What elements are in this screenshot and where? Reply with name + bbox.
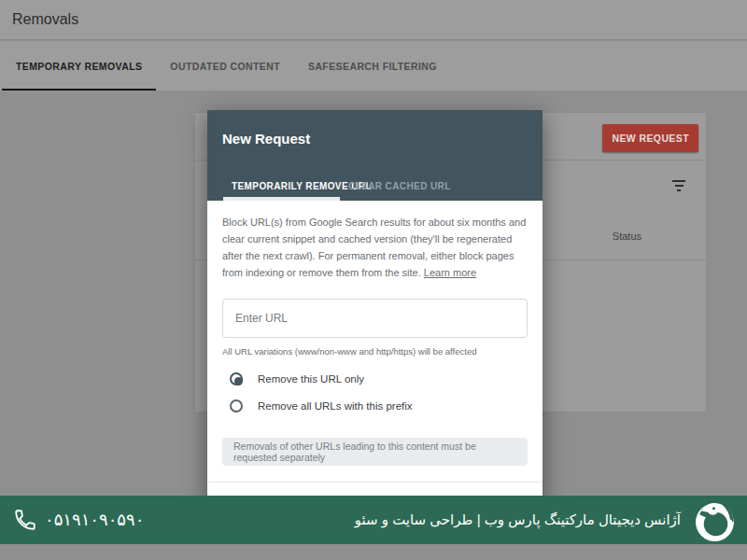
tab-temporary-removals[interactable]: TEMPORARY REMOVALS bbox=[2, 41, 156, 91]
active-tab-indicator bbox=[223, 197, 340, 201]
tab-label: TEMPORARY REMOVALS bbox=[16, 61, 142, 72]
removals-tab-bar: TEMPORARY REMOVALS OUTDATED CONTENT SAFE… bbox=[0, 41, 747, 91]
radio-unselected-icon[interactable] bbox=[230, 399, 243, 413]
filter-list-icon[interactable] bbox=[672, 180, 685, 191]
url-input[interactable] bbox=[222, 299, 528, 338]
page-title: Removals bbox=[12, 11, 78, 28]
radio-remove-prefix[interactable]: Remove all URLs with this prefix bbox=[222, 399, 528, 413]
radio-label: Remove all URLs with this prefix bbox=[258, 400, 413, 412]
new-request-button[interactable]: NEW REQUEST bbox=[602, 124, 698, 152]
tab-clear-cached-url[interactable]: CLEAR CACHED URL bbox=[348, 181, 451, 191]
separate-request-note: Removals of other URLs leading to this c… bbox=[222, 438, 528, 466]
phone-icon bbox=[13, 508, 37, 532]
app-header: Removals bbox=[0, 0, 747, 40]
dialog-body: Block URL(s) from Google Search results … bbox=[207, 214, 543, 483]
tab-label: SAFESEARCH FILTERING bbox=[308, 61, 437, 72]
tab-label: OUTDATED CONTENT bbox=[170, 61, 280, 72]
status-column-header: Status bbox=[613, 231, 641, 242]
radio-label: Remove this URL only bbox=[258, 373, 364, 385]
radio-selected-icon[interactable] bbox=[230, 372, 243, 385]
phone-group[interactable]: ۰۵۱۹۱۰۹۰۵۹۰ bbox=[13, 508, 144, 532]
dialog-footer-divider bbox=[207, 482, 543, 483]
description-text: Block URL(s) from Google Search results … bbox=[222, 217, 526, 278]
tab-outdated-content[interactable]: OUTDATED CONTENT bbox=[156, 41, 294, 91]
brand-text: آژانس دیجیتال مارکتینگ پارس وب | طراحی س… bbox=[355, 511, 681, 528]
tab-safesearch-filtering[interactable]: SAFESEARCH FILTERING bbox=[294, 41, 451, 91]
screen: Removals TEMPORARY REMOVALS OUTDATED CON… bbox=[0, 0, 747, 560]
brand-footer: ۰۵۱۹۱۰۹۰۵۹۰ آژانس دیجیتال مارکتینگ پارس … bbox=[0, 496, 747, 544]
url-helper-text: All URL variations (www/non-www and http… bbox=[222, 346, 528, 357]
brand-group: آژانس دیجیتال مارکتینگ پارس وب | طراحی س… bbox=[355, 498, 736, 542]
dialog-header: New Request TEMPORARILY REMOVE URL CLEAR… bbox=[207, 110, 543, 201]
new-request-dialog: New Request TEMPORARILY REMOVE URL CLEAR… bbox=[207, 110, 543, 507]
radio-remove-this-url[interactable]: Remove this URL only bbox=[222, 372, 528, 385]
dialog-title: New Request bbox=[222, 131, 310, 147]
learn-more-link[interactable]: Learn more bbox=[424, 267, 476, 278]
dialog-tabs: TEMPORARILY REMOVE URL CLEAR CACHED URL bbox=[207, 169, 543, 201]
parsweb-phoenix-logo bbox=[694, 500, 736, 542]
dialog-description: Block URL(s) from Google Search results … bbox=[222, 214, 528, 281]
phone-number: ۰۵۱۹۱۰۹۰۵۹۰ bbox=[45, 510, 144, 530]
